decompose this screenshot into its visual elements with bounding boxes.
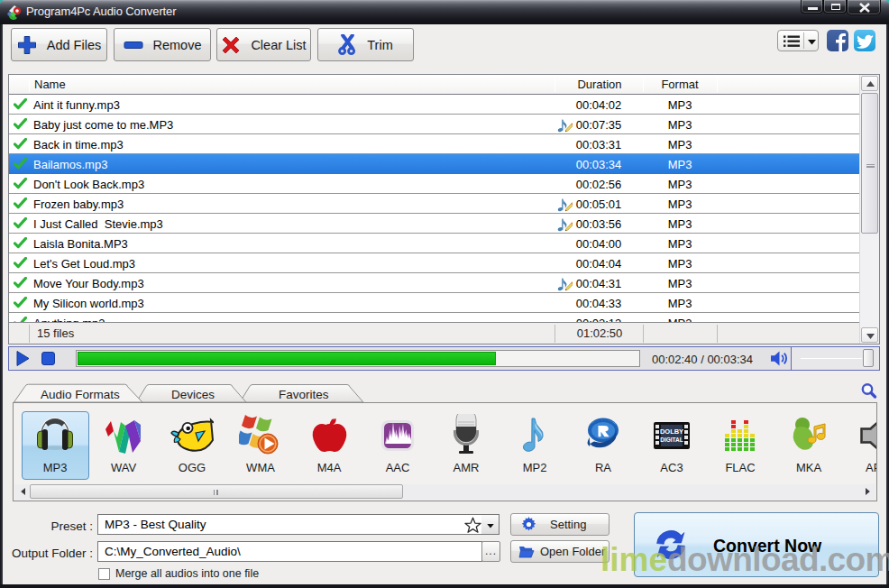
svg-text:DIGITAL: DIGITAL [660,436,683,443]
svg-text:DOLBY: DOLBY [660,427,683,436]
